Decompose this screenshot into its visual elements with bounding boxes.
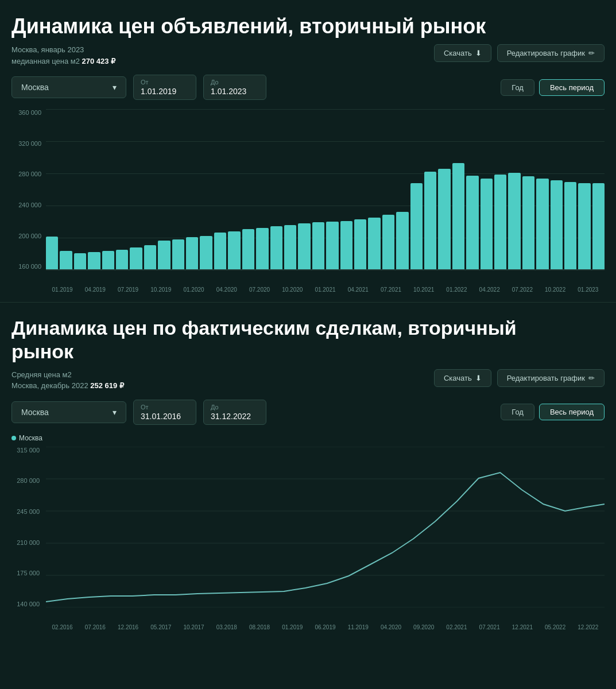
section1-city-dropdown[interactable]: Москва ▾	[11, 76, 126, 98]
download-icon: ⬇	[475, 374, 482, 382]
section2-to-label: До	[211, 404, 259, 411]
y-label: 280 000	[11, 171, 46, 177]
bar-item[interactable]	[298, 223, 310, 269]
legend-moscow-label: Москва	[19, 434, 42, 442]
y-label: 315 000	[11, 447, 43, 454]
section1-download-button[interactable]: Скачать ⬇	[434, 44, 491, 62]
section2-download-button[interactable]: Скачать ⬇	[434, 369, 491, 387]
section1-period-all[interactable]: Весь период	[539, 79, 605, 96]
bar-item[interactable]	[256, 228, 268, 269]
legend-dot-moscow	[11, 436, 16, 440]
bar-item[interactable]	[200, 236, 212, 269]
bar-item[interactable]	[88, 252, 100, 269]
section1-date-to[interactable]: До 1.01.2023	[203, 75, 266, 100]
bar-item[interactable]	[242, 229, 254, 269]
section2-date-to[interactable]: До 31.12.2022	[203, 400, 266, 425]
section1-subtitle-line2: медианная цена м2 270 423 ₽	[11, 56, 434, 67]
bar-item[interactable]	[592, 183, 605, 269]
bar-item[interactable]	[116, 250, 128, 269]
x-label: 01.2022	[440, 287, 473, 293]
section2-city-dropdown[interactable]: Москва ▾	[11, 401, 126, 423]
section2-controls: Москва ▾ От 31.01.2016 До 31.12.2022 Год…	[11, 400, 605, 425]
x-label: 09.2020	[408, 624, 440, 630]
edit-icon: ✏	[588, 49, 595, 57]
x-label: 07.2021	[473, 624, 506, 630]
x-label: 10.2017	[177, 624, 210, 630]
section1-edit-label: Редактировать график	[507, 49, 585, 57]
section1-period-year[interactable]: Год	[501, 79, 534, 96]
bar-item[interactable]	[214, 233, 226, 269]
x-label: 07.2020	[243, 287, 276, 293]
bar-item[interactable]	[368, 218, 380, 269]
x-label: 10.2022	[539, 287, 572, 293]
bar-item[interactable]	[522, 176, 534, 269]
bar-item[interactable]	[158, 241, 170, 269]
section2-title: Динамика цен по фактическим сделкам, вто…	[11, 316, 605, 363]
x-label: 12.2021	[506, 624, 538, 630]
section1-date-from[interactable]: От 1.01.2019	[133, 75, 196, 100]
x-label: 10.2019	[145, 287, 177, 293]
section1-edit-button[interactable]: Редактировать график ✏	[497, 44, 605, 62]
bar-item[interactable]	[354, 219, 366, 269]
y-label: 160 000	[11, 263, 46, 270]
y-label: 245 000	[11, 508, 43, 515]
y-label: 360 000	[11, 109, 46, 116]
section2-period-year[interactable]: Год	[501, 404, 534, 420]
bar-item[interactable]	[438, 169, 450, 269]
bar-item[interactable]	[536, 179, 548, 269]
bar-item[interactable]	[340, 221, 352, 269]
bar-item[interactable]	[481, 179, 493, 269]
section2-period-all[interactable]: Весь период	[539, 404, 605, 420]
edit-icon: ✏	[588, 374, 595, 382]
x-label: 04.2019	[79, 287, 111, 293]
y-label: 175 000	[11, 570, 43, 576]
bar-item[interactable]	[466, 176, 478, 269]
section2-from-label: От	[141, 404, 189, 411]
bar-item[interactable]	[144, 245, 156, 269]
y-label: 240 000	[11, 202, 46, 208]
bar-item[interactable]	[508, 173, 520, 269]
section2-chart: Москва 315 000280 000245 000210 000175 0…	[11, 434, 605, 630]
bar-item[interactable]	[228, 231, 240, 269]
bar-item[interactable]	[74, 253, 86, 269]
bar-item[interactable]	[396, 212, 408, 269]
bar-item[interactable]	[410, 183, 423, 269]
bar-item[interactable]	[102, 251, 114, 269]
bar-item[interactable]	[551, 180, 563, 269]
bar-item[interactable]	[326, 222, 338, 269]
bar-item[interactable]	[270, 226, 282, 269]
bar-item[interactable]	[564, 182, 576, 269]
y-label: 140 000	[11, 601, 43, 607]
bar-item[interactable]	[46, 237, 58, 269]
x-label: 02.2021	[440, 624, 473, 630]
x-label: 07.2021	[374, 287, 407, 293]
x-label: 07.2019	[111, 287, 144, 293]
section2-line-chart-area: 315 000280 000245 000210 000175 000140 0…	[11, 447, 605, 630]
x-label: 04.2022	[473, 287, 506, 293]
section2-price-value: 252 619 ₽	[90, 381, 124, 390]
section2-edit-button[interactable]: Редактировать график ✏	[497, 369, 605, 387]
x-label: 03.2018	[210, 624, 243, 630]
bar-item[interactable]	[382, 215, 394, 269]
bar-item[interactable]	[494, 175, 506, 269]
bar-item[interactable]	[424, 172, 436, 269]
x-label: 08.2018	[243, 624, 276, 630]
bar-item[interactable]	[578, 183, 590, 269]
bar-item[interactable]	[284, 225, 296, 269]
bar-item[interactable]	[172, 239, 184, 269]
x-label: 06.2019	[309, 624, 342, 630]
bar-item[interactable]	[186, 237, 198, 269]
section1-to-label: До	[211, 79, 259, 86]
section2-date-from[interactable]: От 31.01.2016	[133, 400, 196, 425]
x-label: 05.2017	[145, 624, 177, 630]
section1-subtitle-price-label: медианная цена м2	[11, 57, 80, 65]
bar-item[interactable]	[452, 163, 464, 269]
section1-from-label: От	[141, 79, 189, 86]
chevron-down-icon: ▾	[113, 408, 117, 417]
x-label: 12.2022	[572, 624, 605, 630]
bar-item[interactable]	[60, 251, 72, 269]
bar-item[interactable]	[130, 247, 142, 269]
section2-y-axis: 315 000280 000245 000210 000175 000140 0…	[11, 447, 43, 607]
bar-item[interactable]	[312, 222, 324, 269]
x-label: 10.2021	[408, 287, 440, 293]
